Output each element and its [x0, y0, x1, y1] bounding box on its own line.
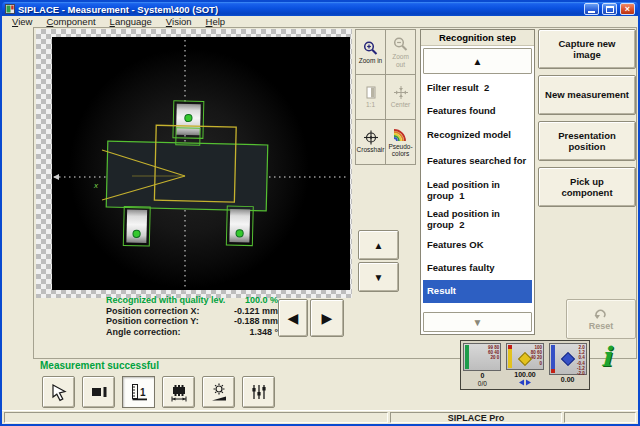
presentation-position-button[interactable]: Presentation position: [538, 121, 636, 161]
blue-arrows-icon: [518, 379, 532, 386]
component-measure-button[interactable]: [162, 376, 195, 408]
next-step-button[interactable]: ▼: [358, 262, 399, 292]
vision-overlay: x: [36, 29, 352, 298]
app-icon: [5, 4, 15, 14]
measure-ruler-icon: 1: [129, 382, 149, 402]
select-tool-button[interactable]: [42, 376, 75, 408]
step-item-lead-group-1[interactable]: Lead position in group 1: [423, 176, 532, 205]
pick-up-component-button[interactable]: Pick up component: [538, 167, 636, 207]
component-view-button[interactable]: [82, 376, 115, 408]
status-bar: SIPLACE Pro: [2, 410, 638, 424]
crosshair-icon: [363, 130, 379, 145]
angle-gauge-value: 0.00: [561, 376, 575, 384]
step-item-features-faulty[interactable]: Features faulty: [423, 257, 532, 280]
quality-gauge-count: 0/0: [478, 380, 487, 387]
step-scroll-up-button[interactable]: ▲: [423, 48, 532, 74]
one-to-one-icon: [363, 85, 379, 100]
up-arrow-icon: ▲: [473, 56, 483, 67]
step-item-features-found[interactable]: Features found: [423, 99, 532, 123]
vision-settings-button[interactable]: [242, 376, 275, 408]
position-gauge[interactable]: 100 80 60 40 20 0 100.00: [505, 343, 546, 387]
illumination-button[interactable]: [202, 376, 235, 408]
axis-arrow: [53, 174, 59, 180]
position-gauge-range-icon: [518, 379, 532, 387]
menu-view[interactable]: View: [5, 16, 39, 27]
measurement-tool-button[interactable]: 1: [122, 376, 155, 408]
pseudo-colors-button[interactable]: Pseudo-colors: [385, 119, 416, 165]
maximize-button[interactable]: [602, 3, 617, 15]
quality-gauge-ticks: 99 80 60 40 20 0: [487, 345, 499, 361]
one-to-one-button[interactable]: 1:1: [355, 74, 386, 120]
client-area: x: [2, 27, 638, 410]
sliders-icon: [249, 382, 269, 402]
quality-gauge[interactable]: 99 80 60 40 20 0 0 0/0: [462, 343, 503, 387]
next-result-button[interactable]: ▶: [310, 299, 344, 337]
new-measurement-button[interactable]: New measurement: [538, 75, 636, 115]
zoom-in-button[interactable]: Zoom in: [355, 29, 386, 75]
capture-new-image-button[interactable]: Capture new image: [538, 29, 636, 69]
bottom-toolbar: 1: [42, 376, 275, 408]
step-item-filter-result[interactable]: Filter result 2: [423, 77, 532, 99]
quality-gauge-value: 0: [480, 372, 484, 380]
quality-line: Recognized with quality lev. 100.0 %: [106, 295, 278, 306]
angle-bar-limit: [551, 369, 555, 373]
step-item-recognized-model[interactable]: Recognized model: [423, 123, 532, 147]
status-message: Measurement successful: [40, 360, 159, 371]
center-icon: [393, 85, 409, 100]
position-bar-limit: [508, 345, 512, 349]
previous-result-button[interactable]: ◀: [278, 299, 308, 337]
menu-help[interactable]: Help: [199, 16, 233, 27]
cursor-arrow-icon: [49, 382, 69, 402]
step-item-features-ok[interactable]: Features OK: [423, 234, 532, 257]
close-button[interactable]: ×: [620, 3, 635, 15]
statusbar-right-cell: [564, 412, 636, 423]
step-item-features-searched[interactable]: Features searched for: [423, 147, 532, 176]
step-scroll-down-button[interactable]: ▼: [423, 312, 532, 332]
image-tool-grid: Zoom in Zoom out 1:1: [355, 29, 415, 164]
component-icon: [89, 383, 109, 401]
app-window: SIPLACE - Measurement - System\400 (SOT)…: [0, 0, 640, 426]
result-gauges: 99 80 60 40 20 0 0 0/0 100 80 60 40 20 0…: [460, 340, 590, 390]
svg-text:1: 1: [140, 387, 146, 398]
menu-component[interactable]: Component: [39, 16, 102, 27]
info-icon[interactable]: i: [601, 343, 611, 370]
zoom-out-icon: [392, 36, 410, 52]
zoom-out-button[interactable]: Zoom out: [385, 29, 416, 75]
pseudo-colors-icon: [391, 127, 411, 142]
angle-gauge-ticks: 2.0 1.2 0.4 -0.4 -1.2 -2.0: [573, 345, 585, 376]
position-gauge-value: 100.00: [514, 371, 535, 379]
reset-button[interactable]: Reset: [566, 299, 636, 339]
menu-vision[interactable]: Vision: [159, 16, 199, 27]
chip-measure-icon: [169, 382, 189, 402]
zoom-in-icon: [362, 40, 380, 56]
center-button[interactable]: Center: [385, 74, 416, 120]
result-readout: Recognized with quality lev. 100.0 % Pos…: [106, 295, 278, 337]
angle-correction: Angle correction: 1.348 °: [106, 327, 278, 338]
close-icon: ×: [625, 5, 630, 14]
recognition-panel: Recognition step ▲ Filter result 2 Featu…: [420, 29, 535, 335]
angle-gauge[interactable]: 2.0 1.2 0.4 -0.4 -1.2 -2.0 0.00: [547, 343, 588, 387]
lead-bottom-right-dot: [236, 230, 243, 237]
menu-bar: View Component Language Vision Help: [2, 16, 638, 27]
recognition-step-header: Recognition step: [421, 30, 534, 46]
minimize-button[interactable]: [584, 3, 599, 15]
step-item-result[interactable]: Result: [423, 280, 532, 303]
lead-top-center-dot: [185, 114, 192, 121]
maximize-icon: [606, 6, 614, 13]
menu-language[interactable]: Language: [103, 16, 159, 27]
statusbar-app-cell: SIPLACE Pro: [390, 412, 562, 423]
statusbar-left-cell: [4, 412, 388, 423]
up-arrow-icon: ▲: [374, 240, 384, 251]
brightness-icon: [209, 382, 229, 402]
component-group: [105, 99, 269, 249]
step-item-lead-group-2[interactable]: Lead position in group 2: [423, 205, 532, 234]
position-correction-y: Position correction Y: -0.188 mm: [106, 316, 278, 327]
previous-step-button[interactable]: ▲: [358, 230, 399, 260]
minimize-icon: [588, 11, 595, 13]
action-button-column: Capture new image New measurement Presen…: [538, 29, 636, 213]
lead-bottom-left-dot: [133, 230, 140, 237]
position-gauge-ticks: 100 80 60 40 20 0: [530, 345, 542, 366]
camera-image[interactable]: x: [36, 29, 352, 298]
crosshair-button[interactable]: Crosshair: [355, 119, 386, 165]
right-arrow-icon: ▶: [322, 310, 333, 326]
